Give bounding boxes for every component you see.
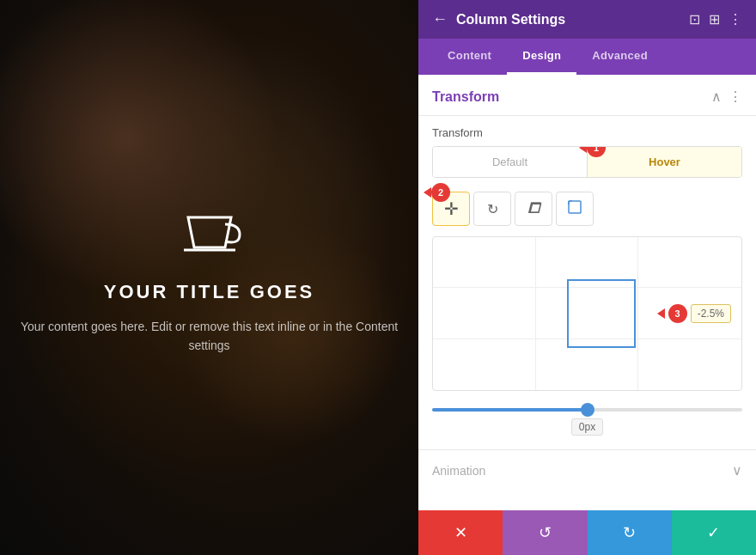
value-display: -2.5% [691,304,731,323]
cancel-button[interactable]: ✕ [418,510,503,555]
rotate-icon: ↻ [487,201,498,217]
panel-content: Transform ∧ ⋮ Transform Default Hover 1 [418,75,756,510]
badge-pointer-1 [579,146,587,153]
tab-design[interactable]: Design [507,39,576,75]
icon-layout[interactable]: ⊞ [709,11,720,27]
left-content: YOUR TITLE GOES Your content goes here. … [0,0,418,555]
panel-header: ← Column Settings ⊡ ⊞ ⋮ [418,0,756,39]
section-collapse-icon[interactable]: ∧ [711,88,722,105]
right-panel: ← Column Settings ⊡ ⊞ ⋮ Content Design A… [418,0,756,555]
transform-label: Transform [418,116,756,146]
animation-section[interactable]: Animation ∨ [418,449,756,491]
cancel-icon: ✕ [454,523,467,542]
bottom-toolbar: ✕ ↺ ↻ ✓ [418,510,756,555]
animation-title: Animation [432,464,485,478]
section-controls: ∧ ⋮ [711,88,742,105]
left-panel: YOUR TITLE GOES Your content goes here. … [0,0,418,555]
transform-scale-btn[interactable] [556,192,594,226]
slider-track[interactable] [432,408,742,412]
icon-screenshot[interactable]: ⊡ [689,11,700,27]
save-button[interactable]: ✓ [672,510,756,555]
redo-button[interactable]: ↻ [588,510,672,555]
badge-pointer-3 [657,308,665,319]
icon-more[interactable]: ⋮ [729,11,742,27]
transform-title: Transform [432,89,499,105]
grid-cell [433,237,536,288]
badge-2: 2 [431,183,450,202]
grid-cell [638,237,741,288]
panel-title: Column Settings [456,12,680,27]
badge-1-container: 1 [579,146,606,157]
left-title: YOUR TITLE GOES [104,281,314,303]
tab-advanced[interactable]: Advanced [576,39,663,75]
tab-bar: Content Design Advanced [418,39,756,75]
grid-cell [433,288,536,338]
grid-cell [433,339,536,390]
slider-fill [432,408,588,412]
left-body: Your content goes here. Edit or remove t… [17,317,401,356]
toggle-row: Default Hover 1 [418,146,756,188]
move-btn-wrapper: 2 ✛ [432,192,470,226]
transform-rotate-btn[interactable]: ↻ [473,192,511,226]
svg-rect-1 [569,201,581,213]
redo-icon: ↻ [623,523,636,542]
badge-3-container: 3 [657,304,687,323]
header-icons: ⊡ ⊞ ⋮ [689,11,742,27]
grid-cell [638,339,741,390]
transform-visual: 3 -2.5% [432,236,742,391]
badge-pointer-2 [424,187,431,198]
back-button[interactable]: ← [432,10,448,28]
cup-icon [175,200,244,264]
tab-content[interactable]: Content [432,39,507,75]
undo-icon: ↺ [539,523,552,542]
undo-button[interactable]: ↺ [503,510,587,555]
skew-icon: ⧠ [527,201,540,217]
transform-square [567,279,636,348]
transform-skew-btn[interactable]: ⧠ [515,192,552,226]
transform-icons-row: 2 ✛ ↻ ⧠ [418,188,756,236]
slider-value: 0px [571,418,603,436]
save-icon: ✓ [707,523,720,542]
slider-thumb[interactable] [581,403,594,417]
slider-area: 0px [418,401,756,449]
section-menu-icon[interactable]: ⋮ [729,88,742,105]
value-badge-container: 3 -2.5% [657,304,731,323]
badge-2-container: 2 [424,183,450,202]
badge-1: 1 [587,146,606,157]
toggle-group: Default Hover 1 [432,146,742,178]
toggle-hover[interactable]: Hover 1 [587,147,741,177]
animation-chevron-icon: ∨ [732,462,742,479]
transform-section-header: Transform ∧ ⋮ [418,75,756,116]
scale-icon [567,199,582,218]
toggle-default[interactable]: Default [433,147,587,177]
badge-3: 3 [668,304,687,323]
